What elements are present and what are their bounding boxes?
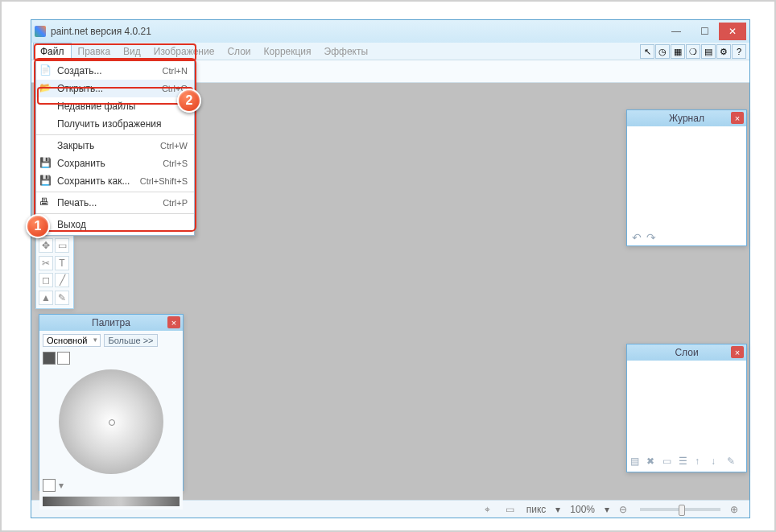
menu-image[interactable]: Изображение: [147, 43, 221, 60]
menu-item-label: Закрыть: [57, 140, 94, 151]
menu-item--[interactable]: Получить изображения: [36, 115, 194, 133]
layers-panel: Слои × ▤ ✖ ▭ ☰ ↑ ↓ ✎: [626, 344, 747, 472]
layer-props-icon[interactable]: ✎: [727, 456, 738, 467]
menu-file[interactable]: Файл: [33, 43, 72, 60]
tool-layers-icon[interactable]: ▤: [701, 44, 716, 59]
menu-item-label: Получить изображения: [57, 118, 162, 130]
toolbox: ✥ ▭ ✂ T ◻ ╱ ▲ ✎: [35, 235, 74, 309]
menu-item-label: Недавние файлы: [57, 101, 135, 112]
menu-item-shortcut: Ctrl+Shift+S: [140, 176, 188, 186]
menu-item-label: Сохранить: [57, 158, 105, 169]
menu-item--[interactable]: 📄Создать...Ctrl+N: [36, 62, 194, 80]
history-undo-icon[interactable]: ↶: [632, 231, 642, 244]
palette-title: Палитра: [92, 317, 130, 328]
palette-panel: Палитра × Основной Больше >> ▾: [39, 314, 184, 491]
layers-title: Слои: [675, 347, 698, 358]
menu-item--[interactable]: Недавние файлы: [36, 97, 194, 115]
history-close-button[interactable]: ×: [731, 112, 744, 124]
tool-shape[interactable]: ◻: [39, 273, 53, 287]
titlebar: paint.net версия 4.0.21 — ☐ ✕: [31, 20, 749, 43]
callout-badge-1: 1: [26, 214, 50, 238]
tool-select[interactable]: ▭: [55, 238, 69, 253]
layer-duplicate-icon[interactable]: ▭: [662, 456, 674, 467]
layers-close-button[interactable]: ×: [731, 346, 744, 358]
zoom-value[interactable]: 100%: [570, 504, 595, 515]
menu-item--[interactable]: Выход: [36, 216, 194, 233]
file-menu-dropdown: 📄Создать...Ctrl+N📂Открыть...Ctrl+OНедавн…: [35, 60, 195, 236]
window-title: paint.net версия 4.0.21: [51, 26, 662, 37]
print-icon: 🖶: [39, 196, 52, 209]
menu-item-label: Создать...: [57, 65, 102, 76]
menu-item--[interactable]: 📂Открыть...Ctrl+O: [36, 80, 194, 97]
history-title: Журнал: [669, 113, 704, 124]
open-icon: 📂: [39, 82, 52, 95]
tool-color-icon[interactable]: ❍: [686, 44, 700, 59]
palette-add-swatch[interactable]: [43, 479, 56, 492]
tool-grid-icon[interactable]: ▦: [671, 44, 685, 59]
history-panel: Журнал × ↶ ↷: [626, 109, 747, 246]
menu-item-shortcut: Ctrl+N: [163, 66, 188, 76]
app-icon: [35, 26, 46, 37]
menu-item-shortcut: Ctrl+P: [163, 198, 188, 208]
save-icon: 💾: [39, 157, 52, 170]
menu-item--[interactable]: 💾СохранитьCtrl+S: [36, 155, 194, 172]
palette-strip[interactable]: [43, 497, 180, 506]
zoom-out-icon[interactable]: ⊖: [619, 504, 630, 515]
menu-item--[interactable]: 💾Сохранить как...Ctrl+Shift+S: [36, 172, 194, 190]
menu-item-label: Выход: [57, 219, 86, 230]
tool-text[interactable]: T: [55, 256, 69, 270]
menu-edit[interactable]: Правка: [72, 43, 118, 60]
tool-brush[interactable]: ✎: [55, 291, 69, 305]
tool-line[interactable]: ╱: [55, 273, 69, 287]
layers-list[interactable]: [627, 361, 746, 454]
layer-add-icon[interactable]: ▤: [630, 456, 642, 467]
tool-pointer-icon[interactable]: ↖: [640, 44, 654, 59]
history-redo-icon[interactable]: ↷: [646, 231, 656, 244]
layer-delete-icon[interactable]: ✖: [646, 456, 658, 467]
secondary-swatch[interactable]: [57, 352, 70, 365]
tool-clock-icon[interactable]: ◷: [655, 44, 670, 59]
history-list[interactable]: [627, 126, 746, 229]
layer-up-icon[interactable]: ↑: [695, 456, 706, 467]
palette-channel-dropdown[interactable]: Основной: [43, 334, 101, 347]
new-icon: 📄: [39, 64, 52, 77]
minimize-button[interactable]: —: [662, 23, 690, 40]
zoom-in-icon[interactable]: ⊕: [730, 504, 741, 515]
tool-fill[interactable]: ▲: [39, 291, 53, 305]
menu-view[interactable]: Вид: [117, 43, 147, 60]
color-wheel[interactable]: [59, 369, 163, 474]
menu-item-shortcut: Ctrl+S: [163, 159, 188, 168]
selection-size-icon: ▭: [506, 504, 517, 515]
tool-help-icon[interactable]: ?: [732, 44, 746, 59]
tool-crop[interactable]: ✂: [39, 256, 53, 270]
menu-item-shortcut: Ctrl+W: [160, 141, 188, 151]
layer-down-icon[interactable]: ↓: [711, 456, 722, 467]
callout-badge-2: 2: [177, 89, 201, 113]
palette-close-button[interactable]: ×: [167, 316, 180, 328]
tool-move[interactable]: ✥: [39, 238, 53, 253]
menu-item--[interactable]: ЗакрытьCtrl+W: [36, 137, 194, 155]
cursor-pos-icon: ⌖: [485, 504, 496, 515]
menu-item-label: Открыть...: [57, 83, 103, 94]
saveas-icon: 💾: [39, 175, 52, 188]
primary-swatch[interactable]: [43, 352, 56, 365]
menu-adjust[interactable]: Коррекция: [258, 43, 318, 60]
maximize-button[interactable]: ☐: [691, 23, 718, 40]
menu-layers[interactable]: Слои: [221, 43, 257, 60]
close-button[interactable]: ✕: [719, 23, 746, 40]
tool-settings-icon[interactable]: ⚙: [716, 44, 731, 59]
layer-merge-icon[interactable]: ☰: [679, 456, 690, 467]
zoom-slider[interactable]: [640, 508, 720, 511]
menu-effects[interactable]: Эффекты: [318, 43, 375, 60]
unit-label[interactable]: пикс: [526, 504, 547, 515]
workspace-tool-icons: ↖ ◷ ▦ ❍ ▤ ⚙ ?: [640, 44, 746, 59]
menu-item-label: Сохранить как...: [57, 175, 130, 187]
menu-item-label: Печать...: [57, 197, 97, 208]
palette-more-button[interactable]: Больше >>: [104, 334, 157, 347]
menu-item--[interactable]: 🖶Печать...Ctrl+P: [36, 194, 194, 212]
